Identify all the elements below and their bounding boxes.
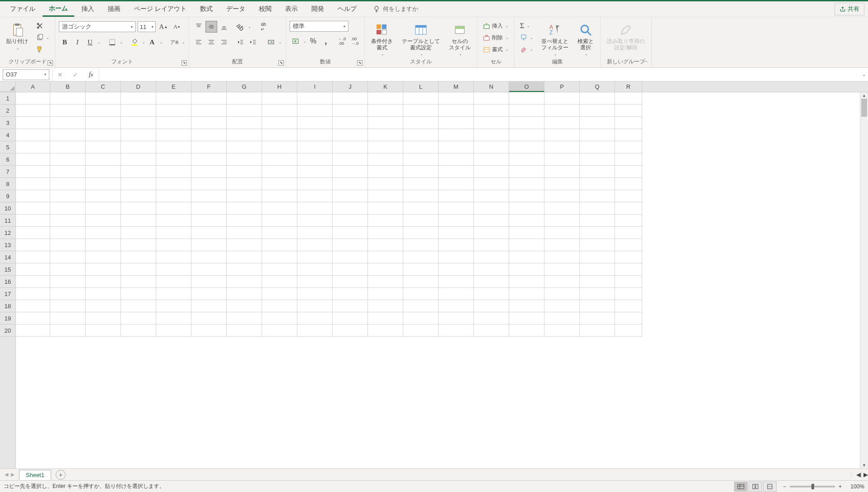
copy-button[interactable]: ⌄ (34, 33, 51, 43)
cell-F8[interactable] (191, 178, 227, 190)
cell-J1[interactable] (333, 92, 368, 105)
cell-D7[interactable] (121, 166, 156, 178)
cell-R11[interactable] (615, 215, 642, 227)
cell-L8[interactable] (403, 178, 439, 190)
cell-K18[interactable] (368, 300, 403, 312)
cell-C11[interactable] (86, 215, 121, 227)
cell-E7[interactable] (156, 166, 191, 178)
zoom-percent[interactable]: 100% (845, 483, 864, 490)
cell-O4[interactable] (509, 129, 544, 141)
select-all-corner[interactable] (0, 81, 16, 92)
cell-P3[interactable] (544, 117, 580, 129)
cell-B15[interactable] (50, 263, 86, 276)
cell-A10[interactable] (16, 202, 50, 215)
cell-D11[interactable] (121, 215, 156, 227)
cell-B11[interactable] (50, 215, 86, 227)
font-dialog-launcher[interactable]: ⬊ (181, 60, 187, 66)
cell-G14[interactable] (227, 251, 262, 263)
cell-H10[interactable] (262, 202, 297, 215)
cell-J13[interactable] (333, 239, 368, 251)
cell-P4[interactable] (544, 129, 580, 141)
add-sheet-button[interactable]: + (56, 470, 66, 480)
cell-E2[interactable] (156, 105, 191, 117)
cell-K20[interactable] (368, 325, 403, 337)
cell-B13[interactable] (50, 239, 86, 251)
cell-N8[interactable] (474, 178, 509, 190)
tab-review[interactable]: 校閲 (253, 2, 278, 16)
clipboard-dialog-launcher[interactable]: ⬊ (48, 60, 53, 66)
cell-F7[interactable] (191, 166, 227, 178)
cell-A15[interactable] (16, 263, 50, 276)
cell-I15[interactable] (297, 263, 333, 276)
cell-F17[interactable] (191, 288, 227, 300)
cell-R13[interactable] (615, 239, 642, 251)
cell-C14[interactable] (86, 251, 121, 263)
cell-K19[interactable] (368, 312, 403, 325)
cell-R2[interactable] (615, 105, 642, 117)
cell-O2[interactable] (509, 105, 544, 117)
cell-P11[interactable] (544, 215, 580, 227)
increase-decimal-button[interactable]: ←.0.00 (336, 35, 348, 47)
row-header-9[interactable]: 9 (0, 190, 15, 202)
cell-Q18[interactable] (580, 300, 615, 312)
cell-D12[interactable] (121, 227, 156, 239)
row-header-3[interactable]: 3 (0, 117, 15, 129)
cell-N17[interactable] (474, 288, 509, 300)
cell-N11[interactable] (474, 215, 509, 227)
cell-P9[interactable] (544, 190, 580, 202)
cell-J4[interactable] (333, 129, 368, 141)
vertical-scrollbar[interactable]: ▲ ▼ (860, 92, 868, 468)
cell-M5[interactable] (439, 141, 474, 153)
cell-K2[interactable] (368, 105, 403, 117)
cell-O7[interactable] (509, 166, 544, 178)
cell-H18[interactable] (262, 300, 297, 312)
cell-H8[interactable] (262, 178, 297, 190)
cell-N1[interactable] (474, 92, 509, 105)
cell-R12[interactable] (615, 227, 642, 239)
normal-view-button[interactable] (734, 482, 748, 492)
cell-E4[interactable] (156, 129, 191, 141)
cell-Q2[interactable] (580, 105, 615, 117)
cell-E14[interactable] (156, 251, 191, 263)
cell-D1[interactable] (121, 92, 156, 105)
cell-B4[interactable] (50, 129, 86, 141)
cell-G7[interactable] (227, 166, 262, 178)
cell-E13[interactable] (156, 239, 191, 251)
row-header-13[interactable]: 13 (0, 239, 15, 251)
cell-G1[interactable] (227, 92, 262, 105)
cell-P16[interactable] (544, 276, 580, 288)
cell-L13[interactable] (403, 239, 439, 251)
cell-M17[interactable] (439, 288, 474, 300)
cell-O19[interactable] (509, 312, 544, 325)
cell-B3[interactable] (50, 117, 86, 129)
cell-J17[interactable] (333, 288, 368, 300)
cell-F4[interactable] (191, 129, 227, 141)
cell-P15[interactable] (544, 263, 580, 276)
cell-R19[interactable] (615, 312, 642, 325)
cell-K8[interactable] (368, 178, 403, 190)
cell-D19[interactable] (121, 312, 156, 325)
row-header-10[interactable]: 10 (0, 202, 15, 215)
number-format-select[interactable]: 標準▾ (290, 21, 348, 32)
column-header-Q[interactable]: Q (580, 81, 615, 92)
cell-G20[interactable] (227, 325, 262, 337)
cell-H2[interactable] (262, 105, 297, 117)
cell-I18[interactable] (297, 300, 333, 312)
cell-N9[interactable] (474, 190, 509, 202)
cell-Q14[interactable] (580, 251, 615, 263)
cell-D13[interactable] (121, 239, 156, 251)
cell-B20[interactable] (50, 325, 86, 337)
cell-C13[interactable] (86, 239, 121, 251)
cell-I11[interactable] (297, 215, 333, 227)
row-header-6[interactable]: 6 (0, 153, 15, 166)
cell-J10[interactable] (333, 202, 368, 215)
cell-R10[interactable] (615, 202, 642, 215)
alignment-dialog-launcher[interactable]: ⬊ (278, 60, 284, 66)
cell-A12[interactable] (16, 227, 50, 239)
column-header-D[interactable]: D (121, 81, 156, 92)
phonetic-button[interactable]: ア亜 (168, 36, 180, 48)
insert-cells-button[interactable]: 挿入⌄ (481, 21, 510, 31)
page-layout-view-button[interactable] (749, 482, 762, 492)
cell-K11[interactable] (368, 215, 403, 227)
cell-Q15[interactable] (580, 263, 615, 276)
